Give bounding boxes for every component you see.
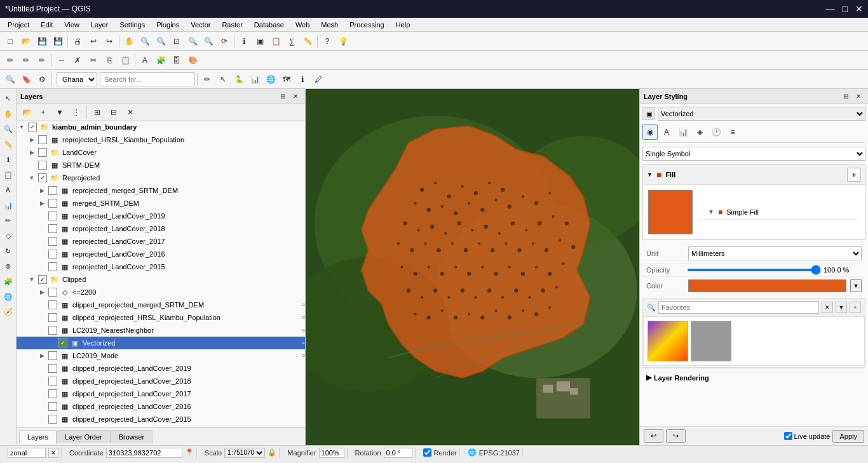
layer-options-button[interactable]: ⋮ — [69, 105, 84, 120]
layer-visibility-checkbox[interactable] — [48, 313, 57, 322]
refresh-button[interactable]: ⟳ — [217, 34, 232, 49]
open-project-button[interactable]: 📂 — [18, 34, 34, 49]
favorites-clear-button[interactable]: ✕ — [822, 302, 833, 313]
remove-layer-button[interactable]: ✕ — [123, 105, 138, 120]
layer-visibility-checkbox[interactable] — [48, 262, 57, 271]
map-canvas-area[interactable] — [306, 89, 639, 445]
layer-options-icon[interactable]: ≡ — [302, 302, 305, 308]
styling-float-button[interactable]: ⊞ — [840, 91, 851, 102]
cut-button[interactable]: ✂ — [86, 53, 101, 68]
status-search-clear[interactable]: ✕ — [48, 448, 58, 458]
layer-visibility-checkbox[interactable] — [48, 351, 57, 360]
copy-button[interactable]: ⎘ — [102, 53, 117, 68]
diagram-icon[interactable]: 📊 — [675, 124, 691, 140]
layer-item[interactable]: ▶ ▦ LC2019_Mode ≡ — [17, 349, 305, 362]
expander-icon[interactable]: ▼ — [27, 175, 37, 181]
bookmark-button[interactable]: 🔖 — [18, 72, 34, 87]
edit-layer-button[interactable]: ✏ — [3, 53, 18, 68]
minimize-button[interactable]: — — [826, 4, 835, 14]
layer-item[interactable]: ▶ ▦ merged_SRTM_DEM — [17, 197, 305, 210]
plugin-button[interactable]: 🧩 — [153, 53, 168, 68]
diagram-tool[interactable]: 📊 — [1, 198, 15, 212]
identify-tool[interactable]: ℹ — [1, 152, 15, 166]
layer-visibility-checkbox[interactable] — [48, 389, 57, 398]
profile-button[interactable]: 📊 — [247, 72, 262, 87]
layer-item[interactable]: ▦ clipped_reprojected_merged_SRTM_DEM ≡ — [17, 299, 305, 311]
database-btn[interactable]: 🗄 — [169, 53, 184, 68]
3d-icon[interactable]: ◈ — [692, 124, 707, 140]
menu-database[interactable]: Database — [249, 20, 289, 30]
layer-visibility-checkbox[interactable] — [48, 199, 57, 208]
select-button[interactable]: ▣ — [252, 34, 268, 49]
plugin-tool[interactable]: 🧩 — [1, 274, 15, 288]
zoom-out-button[interactable]: 🔍 — [153, 34, 168, 49]
layer-visibility-checkbox[interactable]: ✓ — [28, 123, 37, 131]
menu-vector[interactable]: Vector — [186, 20, 215, 30]
layer-visibility-checkbox[interactable] — [48, 402, 57, 411]
close-button[interactable]: ✕ — [855, 4, 863, 14]
zoom-in-button[interactable]: 🔍 — [137, 34, 153, 49]
layer-options-icon[interactable]: ≡ — [302, 327, 305, 333]
compass-tool[interactable]: 🧭 — [1, 305, 15, 319]
open-layer-button[interactable]: 📂 — [19, 105, 34, 120]
redo-styling-button[interactable]: ↪ — [666, 429, 686, 443]
layer-item[interactable]: ▦ reprojected_LandCover_2016 — [17, 248, 305, 260]
layer-item[interactable]: ▶ ◇ <=2200 — [17, 286, 305, 299]
expander-icon[interactable]: ▶ — [27, 149, 37, 156]
live-update-checkbox[interactable] — [784, 432, 792, 440]
expander-icon[interactable]: ▶ — [37, 289, 47, 295]
expand-all-button[interactable]: ⊞ — [90, 105, 105, 120]
layer-item[interactable]: ▦ clipped_reprojected_LandCover_2015 — [17, 413, 305, 426]
status-search-input[interactable] — [8, 448, 46, 458]
color-dropdown-button[interactable]: ▼ — [850, 279, 862, 292]
layer-item[interactable]: ▶ 📁 LandCover — [17, 146, 305, 159]
layer-item[interactable]: ▼ ✓ 📁 Clipped — [17, 273, 305, 286]
menu-raster[interactable]: Raster — [217, 20, 247, 30]
python-button[interactable]: 🐍 — [231, 72, 247, 87]
menu-web[interactable]: Web — [290, 20, 315, 30]
save-project-button[interactable]: 💾 — [34, 34, 50, 49]
layer-item[interactable]: ▦ clipped_reprojected_LandCover_2018 — [17, 375, 305, 387]
layer-visibility-checkbox[interactable] — [48, 237, 57, 246]
expander-icon[interactable]: ▶ — [37, 187, 47, 194]
pan-button[interactable]: ✋ — [121, 34, 137, 49]
scale-select[interactable]: 1:751070 — [224, 448, 265, 458]
add-fill-button[interactable]: + — [847, 168, 861, 182]
layer-visibility-checkbox[interactable] — [48, 186, 57, 195]
favorites-options-button[interactable]: ▼ — [836, 302, 847, 313]
print-button[interactable]: 🖨 — [70, 34, 85, 49]
layer-item[interactable]: ▶ ▦ reprojected_merged_SRTM_DEM — [17, 184, 305, 197]
expander-icon[interactable]: ▶ — [37, 352, 47, 359]
menu-edit[interactable]: Edit — [36, 20, 58, 30]
layer-item[interactable]: ▦ reprojected_LandCover_2017 — [17, 235, 305, 248]
zoom-full-button[interactable]: ⊡ — [169, 34, 184, 49]
history-icon[interactable]: 🕐 — [709, 124, 724, 140]
edit-pencil-button[interactable]: ✏ — [18, 53, 34, 68]
window-controls[interactable]: — □ ✕ — [826, 4, 863, 14]
layer-visibility-checkbox[interactable] — [48, 224, 57, 233]
layer-item[interactable]: ▦ clipped_reprojected_LandCover_2016 — [17, 400, 305, 413]
layer-item[interactable]: ▦ clipped_reprojected_HRSL_Kiambu_Popula… — [17, 311, 305, 324]
styling-close-button[interactable]: ✕ — [853, 91, 864, 102]
rotate-tool[interactable]: ↻ — [1, 244, 15, 258]
layer-visibility-checkbox[interactable] — [38, 135, 47, 144]
expander-icon[interactable]: ▼ — [27, 276, 37, 283]
layer-item[interactable]: ▼ ✓ 📁 Reprojected — [17, 171, 305, 184]
node-tool[interactable]: ◇ — [1, 229, 15, 243]
layer-visibility-checkbox[interactable] — [38, 148, 47, 157]
favorites-search-input[interactable] — [658, 301, 819, 314]
layer-visibility-checkbox[interactable] — [48, 364, 57, 373]
single-symbol-icon[interactable]: ◉ — [642, 124, 658, 140]
layer-options-icon[interactable]: ≡ — [302, 352, 305, 359]
zoom-layer-button[interactable]: 🔍 — [185, 34, 200, 49]
tab-layers[interactable]: Layers — [19, 430, 57, 444]
move-feature-button[interactable]: ↔ — [54, 53, 69, 68]
layer-item[interactable]: ▦ clipped_reprojected_LandCover_2019 — [17, 362, 305, 375]
feather-button[interactable]: 🖊 — [311, 72, 326, 87]
layer-visibility-checkbox[interactable]: ✓ — [38, 173, 47, 182]
fill-preview-box[interactable] — [648, 190, 693, 234]
paste-button[interactable]: 📋 — [118, 53, 133, 68]
symbol-mode-select[interactable]: Single Symbol — [642, 147, 865, 161]
settings-button[interactable]: ⚙ — [34, 72, 50, 87]
layer-visibility-checkbox[interactable] — [48, 326, 57, 335]
